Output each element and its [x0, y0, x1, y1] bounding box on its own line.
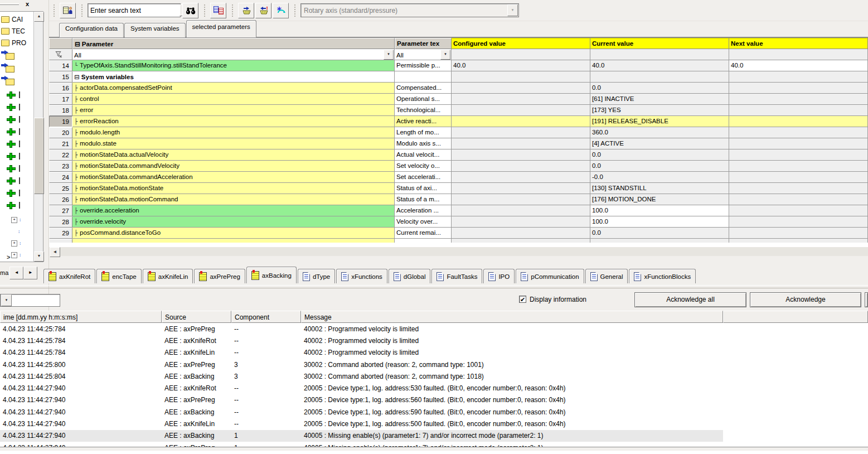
tree-insert-object-item[interactable] — [1, 78, 14, 86]
parameter-text-cell[interactable]: Compensated... — [395, 83, 452, 94]
scroll-up-arrow-icon[interactable]: ▲ — [34, 12, 44, 22]
configured-value-cell[interactable] — [452, 172, 590, 183]
sheet-tab-xFunctions[interactable]: xFunctions — [336, 269, 387, 283]
tree-scrollbar[interactable]: ▲ ▼ — [33, 12, 43, 262]
parameter-group-cell[interactable]: ⊟ System variables — [72, 71, 395, 83]
restart-button[interactable] — [273, 3, 289, 18]
parameter-name-cell[interactable]: ├modulo.length — [72, 127, 395, 138]
current-value-cell[interactable]: [4] ACTIVE — [590, 138, 729, 149]
load-from-target-button[interactable] — [255, 3, 271, 18]
next-value-cell[interactable] — [729, 105, 868, 116]
row-number-cell[interactable]: 27 — [49, 205, 72, 216]
next-value-cell[interactable]: 40.0 — [729, 60, 868, 71]
current-value-cell[interactable]: 360.0 — [590, 127, 729, 138]
tree-axis-item[interactable] — [1, 152, 20, 161]
log-row[interactable]: 4.04.23 11:44:25:800AEE : axPrePreg33000… — [0, 359, 868, 370]
row-number-cell[interactable]: 23 — [49, 161, 72, 172]
tab-scroll-left-button[interactable]: ◄ — [9, 267, 23, 279]
current-value-cell[interactable]: 0.0 — [590, 83, 729, 94]
log-row[interactable]: 4.04.23 11:44:25:784AEE : axKnifeRot--40… — [0, 335, 868, 346]
parameter-text-cell[interactable]: Set accelerati... — [395, 172, 452, 183]
next-value-cell[interactable] — [729, 183, 868, 194]
tree-axis-item[interactable] — [1, 103, 20, 112]
configured-value-cell[interactable] — [452, 228, 590, 239]
tree-axis-item[interactable] — [1, 189, 20, 197]
parameter-name-cell[interactable]: └TypeOfAxis.StandStillMonitoring.stillSt… — [72, 60, 395, 71]
axis-selector-dropdown-button[interactable]: ▼ — [507, 4, 518, 16]
expand-plus-icon[interactable]: + — [11, 217, 17, 223]
parameter-text-cell[interactable]: Active reacti... — [395, 116, 452, 127]
row-number-cell[interactable]: 17 — [49, 94, 72, 105]
log-row[interactable]: 4.04.23 11:44:27:940AEE : axKnifeRot--20… — [0, 382, 868, 394]
configured-value-cell[interactable] — [452, 127, 590, 138]
view-tab-system-variables[interactable]: System variables — [124, 23, 186, 37]
current-value-cell[interactable]: 0.0 — [590, 228, 729, 239]
collapse-icon[interactable]: ⊟ — [75, 41, 80, 47]
current-value-cell[interactable]: [130] STANDSTILL — [590, 183, 729, 194]
sheet-tab-FaultTasks[interactable]: FaultTasks — [431, 269, 482, 283]
current-value-cell[interactable]: 100.0 — [590, 205, 729, 216]
sheet-tab-dType[interactable]: dType — [298, 269, 335, 283]
parameter-text-cell[interactable]: Permissible p... — [395, 60, 452, 71]
display-information-checkbox[interactable]: ✔ — [519, 296, 526, 303]
scroll-left-arrow-icon[interactable]: ◄ — [50, 247, 60, 257]
log-source-column-header[interactable]: Source — [162, 311, 231, 323]
collapse-icon[interactable]: ⊟ — [74, 74, 81, 80]
configured-value-cell[interactable] — [452, 161, 590, 172]
pane-grip[interactable] — [0, 3, 19, 5]
sheet-tab-axPrePreg[interactable]: axPrePreg — [194, 269, 245, 283]
parameter-name-cell[interactable]: ├control — [72, 94, 395, 105]
next-value-cell[interactable] — [729, 127, 868, 138]
expand-plus-icon[interactable]: + — [11, 240, 17, 247]
parameter-text-cell[interactable]: Technological... — [395, 105, 452, 116]
panel-divider[interactable] — [0, 285, 868, 288]
tree-axis-item[interactable] — [1, 139, 20, 148]
log-time-column-header[interactable]: ime [dd.mm.yy h:m:s:ms] — [0, 311, 162, 323]
tree-folder-item[interactable]: PRO — [1, 38, 26, 47]
current-value-cell[interactable]: [176] MOTION_DONE — [590, 194, 729, 205]
parameter-name-cell[interactable]: ├motionStateData.actualVelocity — [72, 149, 395, 161]
acknowledge-all-button[interactable]: Acknowledge all — [634, 292, 746, 307]
search-input[interactable] — [88, 7, 179, 15]
toolbar-grip[interactable] — [204, 4, 207, 17]
row-number-cell[interactable]: 18 — [49, 105, 72, 116]
current-value-cell[interactable]: 100.0 — [590, 216, 729, 228]
row-number-cell[interactable]: 14 — [49, 60, 72, 71]
tree-axis-item[interactable] — [1, 201, 20, 210]
tree-expandable-item[interactable]: ⁞ — [1, 227, 20, 236]
current-value-cell[interactable]: -0.0 — [590, 172, 729, 183]
current-value-cell[interactable]: [173] YES — [590, 105, 729, 116]
row-number-cell[interactable]: 19 — [49, 116, 72, 127]
sheet-tab-encTape[interactable]: encTape — [96, 269, 141, 283]
row-number-cell[interactable]: 16 — [49, 83, 72, 94]
parameter-name-cell[interactable]: ├motionStateData.motionState — [72, 183, 395, 194]
parameter-text-cell[interactable]: Current remai... — [395, 228, 452, 239]
acknowledge-button[interactable]: Acknowledge — [750, 292, 861, 307]
configured-value-cell[interactable] — [452, 149, 590, 161]
configured-value-cell[interactable] — [452, 205, 590, 216]
current-value-cell[interactable]: [61] INACTIVE — [590, 94, 729, 105]
log-row[interactable]: 4.04.23 11:44:27:940AEE : axBacking14000… — [0, 430, 868, 442]
row-number-cell[interactable]: 15 — [49, 71, 72, 83]
sheet-tab-dGlobal[interactable]: dGlobal — [389, 269, 431, 283]
sheet-tab-pCommunication[interactable]: pCommunication — [516, 269, 584, 283]
configured-value-cell[interactable] — [452, 194, 590, 205]
parameter-text-cell[interactable]: Modulo axis s... — [395, 138, 452, 149]
parameter-name-cell[interactable]: ├override.velocity — [72, 216, 395, 228]
message-filter-dropdown-button[interactable]: ▼ — [1, 294, 12, 306]
current-value-cell[interactable]: [191] RELEASE_DISABLE — [590, 116, 729, 127]
filter-cell[interactable] — [49, 49, 72, 60]
view-tab-configuration-data[interactable]: Configuration data — [59, 23, 124, 37]
row-number-cell[interactable]: 28 — [49, 216, 72, 228]
next-value-cell[interactable] — [729, 94, 868, 105]
current-value-cell[interactable]: 40.0 — [590, 60, 729, 71]
row-number-cell[interactable]: 24 — [49, 172, 72, 183]
configured-value-cell[interactable] — [452, 105, 590, 116]
toolbar-grip[interactable] — [294, 4, 297, 17]
parameter-name-cell[interactable]: ├posCommand.distanceToGo — [72, 228, 395, 239]
search-combobox[interactable]: ▼ — [88, 3, 181, 17]
expert-list-button[interactable] — [60, 3, 76, 18]
parameter-name-cell[interactable]: ├motionStateData.commandVelocity — [72, 161, 395, 172]
parameter-filter-combobox[interactable]: All ▼ — [72, 49, 395, 60]
tree-expandable-item[interactable]: +⁞ — [1, 239, 21, 248]
